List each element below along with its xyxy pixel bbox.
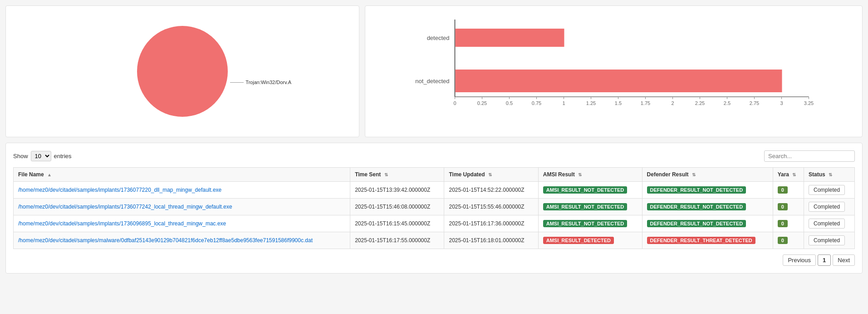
svg-text:3.25: 3.25: [804, 100, 814, 106]
file-link[interactable]: /home/mez0/dev/citadel/samples/malware/0…: [18, 237, 313, 244]
cell-time-updated: 2025-01-15T15:55:46.000000Z: [444, 199, 538, 215]
cell-amsi: AMSI_RESULT_NOT_DETECTED: [538, 182, 642, 199]
col-yara[interactable]: Yara ⇅: [773, 168, 804, 182]
sort-icon-defender: ⇅: [692, 172, 696, 177]
entries-label: entries: [54, 153, 72, 159]
col-status[interactable]: Status ⇅: [804, 168, 855, 182]
cell-yara: 0: [773, 182, 804, 199]
page-1-button[interactable]: 1: [818, 254, 831, 266]
sort-icon-amsi: ⇅: [578, 172, 582, 177]
col-time-updated[interactable]: Time Updated ⇅: [444, 168, 538, 182]
next-button[interactable]: Next: [833, 254, 855, 266]
pie-chart: Trojan:Win32/Dorv.A: [128, 17, 237, 126]
svg-text:2.75: 2.75: [750, 100, 759, 106]
svg-text:1.5: 1.5: [615, 100, 622, 106]
table-row: /home/mez0/dev/citadel/samples/malware/0…: [14, 232, 855, 249]
svg-text:0.5: 0.5: [506, 100, 513, 106]
pie-chart-panel: Trojan:Win32/Dorv.A: [5, 5, 359, 137]
cell-filename: /home/mez0/dev/citadel/samples/malware/0…: [14, 232, 350, 249]
cell-defender: DEFENDER_RESULT_NOT_DETECTED: [642, 199, 773, 215]
cell-filename: /home/mez0/dev/citadel/samples/implants/…: [14, 199, 350, 215]
table-row: /home/mez0/dev/citadel/samples/implants/…: [14, 182, 855, 199]
cell-amsi: AMSI_RESULT_NOT_DETECTED: [538, 215, 642, 232]
col-filename[interactable]: File Name ▲: [14, 168, 350, 182]
defender-badge: DEFENDER_RESULT_NOT_DETECTED: [647, 203, 746, 210]
svg-text:1.25: 1.25: [586, 100, 596, 106]
col-amsi[interactable]: AMSI Result ⇅: [538, 168, 642, 182]
col-filename-label: File Name: [18, 171, 44, 178]
cell-defender: DEFENDER_RESULT_NOT_DETECTED: [642, 215, 773, 232]
status-badge: Completed: [809, 185, 845, 195]
table-row: /home/mez0/dev/citadel/samples/implants/…: [14, 199, 855, 215]
defender-badge: DEFENDER_RESULT_NOT_DETECTED: [647, 220, 746, 227]
cell-filename: /home/mez0/dev/citadel/samples/implants/…: [14, 215, 350, 232]
cell-time-updated: 2025-01-15T16:18:01.000000Z: [444, 232, 538, 249]
col-time-updated-label: Time Updated: [449, 171, 485, 178]
table-section: Show 10 25 50 entries File Name ▲ Time S…: [5, 143, 863, 274]
sort-icon-time-updated: ⇅: [488, 172, 492, 177]
col-yara-label: Yara: [778, 171, 789, 178]
pie-slice: [137, 26, 228, 117]
cell-yara: 0: [773, 199, 804, 215]
cell-defender: DEFENDER_RESULT_NOT_DETECTED: [642, 182, 773, 199]
yara-badge: 0: [778, 203, 788, 210]
col-defender-label: Defender Result: [647, 171, 689, 178]
cell-time-sent: 2025-01-15T13:39:42.000000Z: [350, 182, 444, 199]
bar-chart-svg: detected not_detected 0 0.25 0.5 0.75 1: [374, 15, 853, 115]
yara-badge: 0: [778, 237, 788, 244]
search-input[interactable]: [764, 150, 855, 162]
defender-badge: DEFENDER_RESULT_THREAT_DETECTED: [647, 237, 755, 244]
col-status-label: Status: [809, 171, 825, 178]
svg-text:0.25: 0.25: [477, 100, 487, 106]
table-row: /home/mez0/dev/citadel/samples/implants/…: [14, 215, 855, 232]
sort-icon-status: ⇅: [829, 172, 832, 177]
file-link[interactable]: /home/mez0/dev/citadel/samples/implants/…: [18, 220, 226, 227]
svg-text:1: 1: [562, 100, 565, 106]
cell-status: Completed: [804, 232, 855, 249]
cell-amsi: AMSI_RESULT_DETECTED: [538, 232, 642, 249]
svg-text:0: 0: [453, 100, 456, 106]
svg-text:3: 3: [780, 100, 783, 106]
col-time-sent-label: Time Sent: [355, 171, 381, 178]
sort-icon-yara: ⇅: [792, 172, 796, 177]
cell-amsi: AMSI_RESULT_NOT_DETECTED: [538, 199, 642, 215]
status-badge: Completed: [809, 202, 845, 212]
svg-text:2.25: 2.25: [695, 100, 705, 106]
table-controls: Show 10 25 50 entries: [13, 150, 855, 162]
show-entries: Show 10 25 50 entries: [13, 151, 72, 161]
status-badge: Completed: [809, 235, 845, 245]
pie-label: Trojan:Win32/Dorv.A: [230, 80, 291, 85]
file-link[interactable]: /home/mez0/dev/citadel/samples/implants/…: [18, 187, 221, 193]
cell-yara: 0: [773, 232, 804, 249]
cell-status: Completed: [804, 199, 855, 215]
previous-button[interactable]: Previous: [783, 254, 816, 266]
cell-time-updated: 2025-01-15T16:17:36.000000Z: [444, 215, 538, 232]
yara-badge: 0: [778, 186, 788, 194]
detected-label: detected: [427, 35, 450, 41]
svg-text:2: 2: [671, 100, 674, 106]
col-time-sent[interactable]: Time Sent ⇅: [350, 168, 444, 182]
sort-icon-filename: ▲: [47, 172, 52, 177]
amsi-badge: AMSI_RESULT_NOT_DETECTED: [543, 203, 628, 210]
cell-status: Completed: [804, 182, 855, 199]
bar-chart-panel: detected not_detected 0 0.25 0.5 0.75 1: [365, 5, 863, 137]
svg-text:1.75: 1.75: [641, 100, 650, 106]
amsi-badge: AMSI_RESULT_DETECTED: [543, 237, 614, 244]
cell-filename: /home/mez0/dev/citadel/samples/implants/…: [14, 182, 350, 199]
entries-select[interactable]: 10 25 50: [31, 151, 51, 161]
cell-time-sent: 2025-01-15T16:17:55.000000Z: [350, 232, 444, 249]
cell-time-sent: 2025-01-15T16:15:45.000000Z: [350, 215, 444, 232]
table-header-row: File Name ▲ Time Sent ⇅ Time Updated ⇅ A…: [14, 168, 855, 182]
col-amsi-label: AMSI Result: [543, 171, 575, 178]
status-badge: Completed: [809, 219, 845, 229]
show-label: Show: [13, 153, 28, 159]
yara-badge: 0: [778, 220, 788, 227]
not-detected-bar: [456, 70, 782, 92]
cell-time-updated: 2025-01-15T14:52:22.000000Z: [444, 182, 538, 199]
amsi-badge: AMSI_RESULT_NOT_DETECTED: [543, 186, 628, 194]
cell-defender: DEFENDER_RESULT_THREAT_DETECTED: [642, 232, 773, 249]
col-defender[interactable]: Defender Result ⇅: [642, 168, 773, 182]
not-detected-label: not_detected: [415, 78, 449, 85]
file-link[interactable]: /home/mez0/dev/citadel/samples/implants/…: [18, 204, 232, 210]
svg-text:2.5: 2.5: [724, 100, 731, 106]
